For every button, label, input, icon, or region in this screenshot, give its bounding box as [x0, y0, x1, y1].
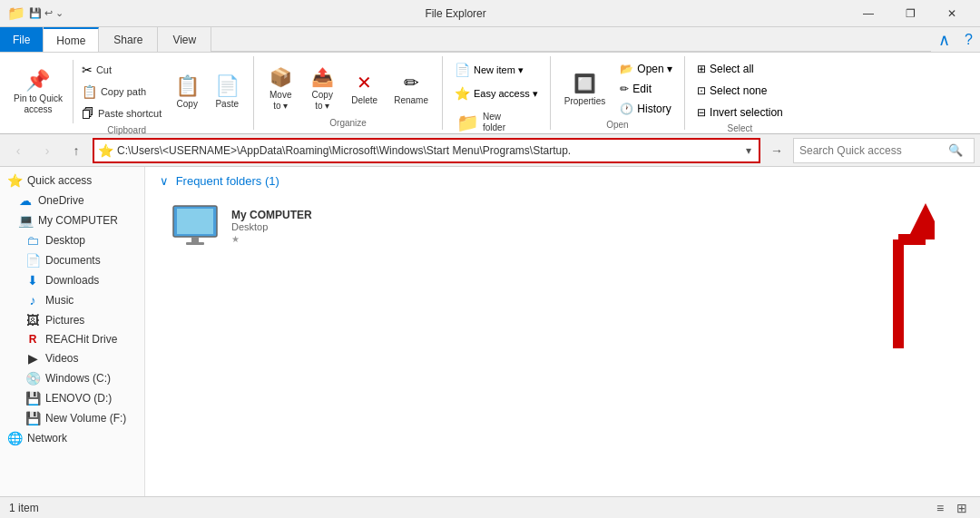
address-input[interactable] [117, 144, 742, 157]
paste-button[interactable]: 📄 Paste [208, 69, 246, 114]
paste-icon: 📄 [214, 73, 240, 99]
ribbon-collapse[interactable]: ∧ [931, 27, 957, 52]
close-button[interactable]: ✕ [931, 0, 973, 27]
window-controls: — ❐ ✕ [848, 0, 973, 27]
help-button[interactable]: ? [957, 27, 980, 52]
tab-share[interactable]: Share [99, 27, 158, 52]
sidebar-item-my-computer[interactable]: 💻 My COMPUTER [0, 210, 144, 230]
ribbon-content: 📌 Pin to Quickaccess ✂ Cut 📋 Copy path 🗍… [0, 53, 980, 134]
tab-view[interactable]: View [158, 27, 211, 52]
svg-rect-3 [186, 242, 204, 245]
invert-selection-button[interactable]: ⊟ Invert selection [692, 103, 788, 122]
title-bar-icons: 📁 💾 ↩ ⌄ [7, 5, 64, 22]
open-dropdown-button[interactable]: 📂 Open ▾ [615, 60, 677, 78]
sidebar-item-reachit[interactable]: R REACHit Drive [0, 330, 144, 348]
svg-marker-6 [907, 203, 935, 239]
copy-icon: 📋 [174, 73, 200, 99]
sidebar-item-network[interactable]: 🌐 Network [0, 428, 144, 448]
paste-label: Paste [215, 99, 239, 110]
pin-quick-access-button[interactable]: 📌 Pin to Quickaccess [7, 64, 69, 120]
copy-to-button[interactable]: 📤 Copyto ▾ [303, 60, 341, 116]
downloads-icon: ⬇ [25, 273, 40, 288]
tab-file[interactable]: File [0, 27, 44, 52]
new-group: 📄 New item ▾ ⭐ Easy access ▾ 📁 Newfolder… [443, 56, 551, 130]
copy-button[interactable]: 📋 Copy [168, 69, 206, 114]
sidebar-item-quick-access[interactable]: ⭐ Quick access [0, 171, 144, 191]
my-computer-icon: 💻 [18, 213, 33, 228]
invert-selection-label: Invert selection [710, 106, 783, 119]
paste-shortcut-icon: 🗍 [82, 106, 94, 121]
address-dropdown-icon[interactable]: ▾ [742, 144, 755, 157]
back-button[interactable]: ‹ [5, 138, 31, 163]
sidebar-item-desktop[interactable]: 🗀 Desktop [0, 230, 144, 250]
sidebar-item-new-volume-f[interactable]: 💾 New Volume (F:) [0, 408, 144, 428]
history-button[interactable]: 🕐 History [615, 100, 677, 118]
rename-label: Rename [394, 95, 428, 106]
sidebar-windows-c-label: Windows (C:) [45, 372, 111, 385]
minimize-button[interactable]: — [848, 0, 889, 27]
sidebar-item-videos[interactable]: ▶ Videos [0, 348, 144, 368]
delete-button[interactable]: ✕ Delete [345, 65, 384, 111]
address-go-button[interactable]: → [764, 138, 789, 163]
details-view-button[interactable]: ≡ [931, 499, 949, 517]
sidebar-item-pictures[interactable]: 🖼 Pictures [0, 310, 144, 330]
easy-access-icon: ⭐ [455, 86, 470, 101]
address-star-icon: ⭐ [98, 143, 113, 158]
organize-group: 📦 Moveto ▾ 📤 Copyto ▾ ✕ Delete ✏ Rename … [254, 56, 443, 130]
copy-label: Copy [177, 99, 198, 110]
sidebar-onedrive-label: OneDrive [38, 194, 84, 207]
history-icon: 🕐 [620, 103, 633, 115]
open-label: Open [606, 120, 628, 130]
ribbon-tabs: File Home Share View ∧ ? [0, 27, 980, 53]
sidebar: ⭐ Quick access ☁ OneDrive 💻 My COMPUTER … [0, 167, 145, 496]
paste-shortcut-label: Paste shortcut [98, 108, 162, 119]
search-box[interactable]: 🔍 [793, 138, 975, 163]
pictures-icon: 🖼 [25, 313, 40, 327]
properties-icon: 🔲 [573, 71, 598, 96]
easy-access-button[interactable]: ⭐ Easy access ▾ [450, 83, 543, 103]
windows-c-icon: 💿 [25, 371, 40, 386]
monitor-svg [170, 204, 220, 248]
address-bar[interactable]: ⭐ ▾ [93, 138, 760, 163]
sidebar-item-downloads[interactable]: ⬇ Downloads [0, 270, 144, 290]
sidebar-item-onedrive[interactable]: ☁ OneDrive [0, 191, 144, 210]
videos-icon: ▶ [25, 351, 40, 366]
maximize-button[interactable]: ❐ [889, 0, 931, 27]
sidebar-item-lenovo-d[interactable]: 💾 LENOVO (D:) [0, 388, 144, 408]
edit-button[interactable]: ✏ Edit [615, 80, 677, 98]
move-to-icon: 📦 [268, 64, 293, 90]
status-text: 1 item [9, 502, 39, 514]
easy-access-label: Easy access ▾ [474, 88, 538, 100]
move-to-label: Moveto ▾ [270, 90, 291, 112]
sidebar-item-music[interactable]: ♪ Music [0, 290, 144, 310]
new-item-button[interactable]: 📄 New item ▾ [450, 60, 528, 80]
search-input[interactable] [799, 144, 945, 157]
tab-home[interactable]: Home [44, 27, 99, 52]
my-computer-folder-item[interactable]: My COMPUTER Desktop ★ [160, 195, 323, 257]
paste-shortcut-button[interactable]: 🗍 Paste shortcut [77, 103, 166, 123]
properties-button[interactable]: 🔲 Properties [558, 66, 612, 112]
svg-rect-2 [191, 237, 199, 242]
new-folder-button[interactable]: 📁 Newfolder [450, 107, 512, 138]
copy-to-label: Copyto ▾ [312, 90, 333, 112]
sidebar-item-windows-c[interactable]: 💿 Windows (C:) [0, 368, 144, 388]
move-to-button[interactable]: 📦 Moveto ▾ [261, 60, 299, 116]
sidebar-item-documents[interactable]: 📄 Documents [0, 250, 144, 270]
select-group: ⊞ Select all ⊡ Select none ⊟ Invert sele… [685, 56, 795, 130]
title-bar: 📁 💾 ↩ ⌄ File Explorer — ❐ ✕ [0, 0, 980, 27]
my-computer-folder-pin: ★ [231, 234, 312, 244]
up-button[interactable]: ↑ [64, 138, 89, 163]
arrow-svg [826, 185, 935, 367]
forward-button[interactable]: › [34, 138, 60, 163]
sidebar-downloads-label: Downloads [45, 274, 99, 287]
large-icons-view-button[interactable]: ⊞ [953, 499, 971, 517]
new-folder-label: Newfolder [483, 112, 505, 133]
documents-icon: 📄 [25, 253, 40, 268]
vsep1 [73, 60, 74, 123]
copy-path-button[interactable]: 📋 Copy path [77, 82, 166, 102]
cut-button[interactable]: ✂ Cut [77, 60, 166, 80]
select-none-button[interactable]: ⊡ Select none [692, 82, 771, 100]
section-header: ∨ Frequent folders (1) [160, 174, 965, 188]
select-all-button[interactable]: ⊞ Select all [692, 60, 759, 78]
rename-button[interactable]: ✏ Rename [387, 65, 435, 111]
